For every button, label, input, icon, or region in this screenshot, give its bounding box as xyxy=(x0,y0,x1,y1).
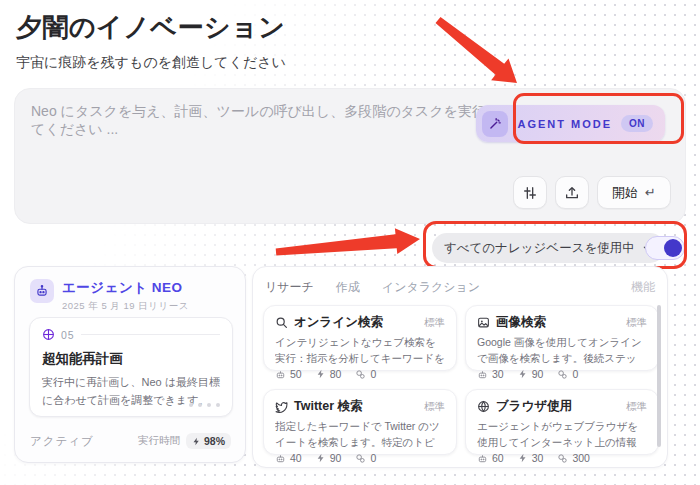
page-title: 夕闇のイノベーション xyxy=(16,10,285,45)
tab-create[interactable]: 作成 xyxy=(336,279,360,296)
features-section-label: 機能 xyxy=(631,279,655,296)
zap-icon xyxy=(316,453,326,463)
toggle-knob xyxy=(664,239,682,257)
stat-agent: 40 xyxy=(275,452,302,464)
tab-interaction[interactable]: インタラクション xyxy=(382,279,480,296)
feature-badge: 標準 xyxy=(626,400,647,414)
feature-card-online-search[interactable]: オンライン検索 標準 インテリジェントなウェブ検索を実行：指示を分析してキーワー… xyxy=(263,305,457,371)
feature-badge: 標準 xyxy=(424,316,445,330)
settings-sliders-button[interactable] xyxy=(513,176,547,209)
robot-icon xyxy=(275,453,286,464)
carousel-pagination-dots[interactable] xyxy=(189,403,220,407)
zap-icon xyxy=(316,369,326,379)
skill-carousel-card[interactable]: 05 超知能再計画 実行中に再計画し、Neo は最終目標に合わせて計画を調整でき… xyxy=(29,317,233,417)
runtime-badge: 98% xyxy=(186,433,231,449)
feature-badge: 標準 xyxy=(424,400,445,414)
robot-icon xyxy=(275,369,286,380)
feature-card-browser-use[interactable]: ブラウザ使用 標準 エージェントがウェブブラウザを使用してインターネット上の情報… xyxy=(465,389,659,455)
stat-energy: 90 xyxy=(518,368,544,380)
start-button[interactable]: 開始 ↵ xyxy=(597,176,671,209)
feature-description: Google 画像を使用してオンラインで画像を検索します。後続ステップで使用する… xyxy=(477,335,647,366)
divider xyxy=(81,334,220,335)
page-subtitle: 宇宙に痕跡を残すものを創造してください xyxy=(16,54,286,72)
stat-energy: 90 xyxy=(316,452,342,464)
agent-mode-state: ON xyxy=(621,115,653,132)
robot-icon xyxy=(477,453,488,464)
feature-tabs: リサーチ 作成 インタラクション xyxy=(265,279,480,296)
link-icon xyxy=(355,453,366,464)
stat-link: 300 xyxy=(557,452,590,464)
stat-agent: 60 xyxy=(477,452,504,464)
zap-icon xyxy=(518,453,528,463)
stat-link: 0 xyxy=(557,368,578,380)
skill-step-number: 05 xyxy=(61,329,75,341)
stat-link: 0 xyxy=(355,452,376,464)
runtime-value: 98% xyxy=(204,435,225,447)
search-icon xyxy=(275,316,288,329)
enter-key-icon: ↵ xyxy=(645,185,656,200)
plan-icon xyxy=(42,328,55,341)
stat-agent: 50 xyxy=(275,368,302,380)
upload-icon xyxy=(564,185,580,201)
feature-description: 指定したキーワードで Twitter のツイートを検索します。特定のトピックに関… xyxy=(275,419,445,450)
tab-research[interactable]: リサーチ xyxy=(265,279,314,296)
stat-energy: 30 xyxy=(518,452,544,464)
stat-link: 0 xyxy=(355,368,376,380)
features-scrollbar[interactable] xyxy=(657,305,661,447)
agent-release-date: 2025 年 5 月 19 日リリース xyxy=(62,300,189,313)
feature-card-image-search[interactable]: 画像検索 標準 Google 画像を使用してオンラインで画像を検索します。後続ス… xyxy=(465,305,659,371)
skill-title: 超知能再計画 xyxy=(42,350,220,368)
feature-title: Twitter 検索 xyxy=(294,398,363,415)
feature-badge: 標準 xyxy=(626,316,647,330)
robot-icon xyxy=(30,279,54,303)
upload-button[interactable] xyxy=(555,176,589,209)
link-icon xyxy=(557,453,568,464)
task-input[interactable] xyxy=(31,103,511,163)
task-composer-panel: AGENT MODE ON 開始 ↵ xyxy=(14,88,686,224)
image-icon xyxy=(477,316,490,329)
agent-mode-badge[interactable]: AGENT MODE ON xyxy=(476,105,665,142)
twitter-bird-icon xyxy=(275,400,288,413)
feature-description: エージェントがウェブブラウザを使用してインターネット上の情報を検索できます... xyxy=(477,419,647,450)
knowledge-base-toggle[interactable] xyxy=(645,236,685,260)
globe-icon xyxy=(477,400,490,413)
knowledge-base-select[interactable]: すべてのナレッジベースを使用中 xyxy=(432,233,665,263)
zap-icon xyxy=(518,369,528,379)
agent-mode-label: AGENT MODE xyxy=(517,118,612,130)
stat-agent: 30 xyxy=(477,368,504,380)
feature-title: オンライン検索 xyxy=(294,314,383,331)
link-icon xyxy=(355,369,366,380)
feature-title: 画像検索 xyxy=(496,314,546,331)
sliders-icon xyxy=(522,185,538,201)
agent-neo-card: エージェント NEO 2025 年 5 月 19 日リリース 05 超知能再計画… xyxy=(14,266,246,463)
feature-description: インテリジェントなウェブ検索を実行：指示を分析してキーワードを抽出し、Googl… xyxy=(275,335,445,366)
stat-energy: 80 xyxy=(316,368,342,380)
link-icon xyxy=(557,369,568,380)
agent-name: エージェント NEO xyxy=(62,279,189,297)
knowledge-base-select-label: すべてのナレッジベースを使用中 xyxy=(444,240,635,257)
magic-wand-icon xyxy=(482,111,508,137)
features-panel: リサーチ 作成 インタラクション 機能 オンライン検索 標準 インテリジェントな… xyxy=(252,266,668,468)
runtime-label: 実行時間 xyxy=(138,434,180,448)
zap-icon xyxy=(192,437,201,446)
robot-icon xyxy=(477,369,488,380)
agent-status: アクティブ xyxy=(30,434,94,449)
feature-card-twitter-search[interactable]: Twitter 検索 標準 指定したキーワードで Twitter のツイートを検… xyxy=(263,389,457,455)
feature-title: ブラウザ使用 xyxy=(496,398,572,415)
start-button-label: 開始 xyxy=(612,184,638,202)
